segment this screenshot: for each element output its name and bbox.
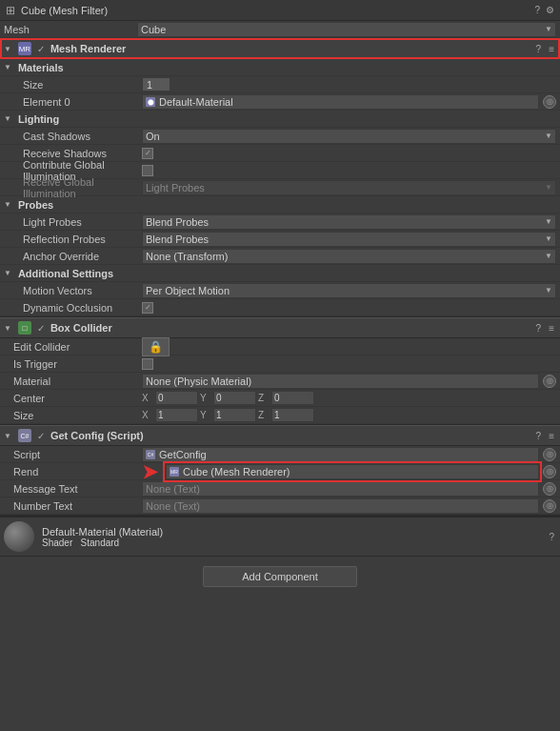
box-collider-header[interactable]: ▼ □ ✓ Box Collider ? ≡ bbox=[0, 317, 560, 338]
lighting-section-header[interactable]: ▼ Lighting bbox=[0, 111, 560, 128]
lighting-fold: ▼ bbox=[4, 114, 11, 123]
size-label: Size bbox=[4, 79, 142, 91]
header-settings-btn[interactable]: ⚙ bbox=[546, 5, 554, 15]
center-z-input[interactable] bbox=[271, 391, 314, 405]
red-arrow-icon: ➤ bbox=[142, 462, 158, 481]
cast-shadows-label: Cast Shadows bbox=[4, 131, 142, 142]
center-row: Center X Y Z bbox=[0, 390, 560, 407]
bc-material-value: None (Physic Material) ◎ bbox=[142, 374, 556, 389]
dynamic-occlusion-checkbox[interactable]: ✓ bbox=[142, 302, 153, 314]
reflection-probes-row: Reflection Probes Blend Probes ▼ bbox=[0, 231, 560, 248]
bc-checkbox[interactable]: ✓ bbox=[35, 323, 47, 334]
mesh-row: Mesh Cube ▼ bbox=[0, 21, 560, 38]
lighting-label: Lighting bbox=[14, 113, 152, 125]
material-help-btn[interactable]: ? bbox=[547, 532, 556, 542]
script-value: C# GetConfig ◎ bbox=[142, 447, 556, 462]
element0-field[interactable]: ⬤ Default-Material bbox=[142, 94, 539, 110]
script-icon: C# bbox=[146, 450, 155, 459]
materials-fold: ▼ bbox=[4, 63, 11, 71]
bc-material-label: Material bbox=[4, 376, 142, 387]
anchor-override-field[interactable]: None (Transform) ▼ bbox=[142, 249, 556, 264]
contribute-gi-checkbox[interactable] bbox=[142, 165, 153, 176]
gc-checkbox[interactable]: ✓ bbox=[35, 431, 47, 441]
bc-material-select-btn[interactable]: ◎ bbox=[543, 375, 556, 388]
reflection-probes-value: Blend Probes ▼ bbox=[142, 232, 556, 247]
mesh-renderer-title: Mesh Renderer bbox=[50, 43, 530, 54]
number-text-select-btn[interactable]: ◎ bbox=[543, 499, 556, 513]
bc-settings-btn[interactable]: ≡ bbox=[547, 323, 556, 334]
material-icon: ⬤ bbox=[146, 97, 155, 107]
rend-value: ➤ MR Cube (Mesh Renderer) ◎ bbox=[142, 462, 556, 481]
bc-help-btn[interactable]: ? bbox=[534, 323, 544, 334]
mr-settings-btn[interactable]: ≡ bbox=[547, 44, 556, 54]
fold-arrow-mr: ▼ bbox=[4, 45, 11, 53]
receive-shadows-checkbox[interactable]: ✓ bbox=[142, 148, 153, 159]
probes-section-header[interactable]: ▼ Probes bbox=[0, 196, 560, 213]
anchor-override-value: None (Transform) ▼ bbox=[142, 249, 556, 264]
header-grid-icon: ⊞ bbox=[6, 4, 15, 17]
gc-settings-btn[interactable]: ≡ bbox=[547, 431, 556, 441]
material-sphere bbox=[4, 521, 34, 552]
material-shader: Shader Standard bbox=[42, 538, 539, 548]
materials-section-header[interactable]: ▼ Materials bbox=[0, 59, 560, 76]
fold-arrow-gc: ▼ bbox=[4, 432, 11, 440]
size-z-label: Z bbox=[258, 410, 270, 420]
center-x-input[interactable] bbox=[155, 391, 198, 405]
get-config-header[interactable]: ▼ C# ✓ Get Config (Script) ? ≡ bbox=[0, 425, 560, 446]
center-y-input[interactable] bbox=[213, 391, 256, 405]
edit-collider-label: Edit Collider bbox=[4, 341, 142, 353]
script-label: Script bbox=[4, 449, 142, 460]
size-z-input[interactable] bbox=[271, 408, 314, 422]
reflection-probes-field[interactable]: Blend Probes ▼ bbox=[142, 232, 556, 247]
rend-select-btn[interactable]: ◎ bbox=[543, 465, 556, 478]
cast-shadows-field[interactable]: On ▼ bbox=[142, 129, 556, 144]
mesh-renderer-section: ▼ MR ✓ Mesh Renderer ? ≡ ▼ Materials Siz… bbox=[0, 38, 560, 317]
mesh-renderer-header[interactable]: ▼ MR ✓ Mesh Renderer ? ≡ bbox=[0, 38, 560, 59]
size-x-input[interactable] bbox=[155, 408, 198, 422]
size-value-container: 1 bbox=[142, 77, 556, 91]
edit-collider-btn[interactable]: 🔒 bbox=[142, 337, 170, 356]
is-trigger-row: Is Trigger bbox=[0, 355, 560, 373]
additional-section-header[interactable]: ▼ Additional Settings bbox=[0, 265, 560, 282]
rend-row: Rend ➤ MR Cube (Mesh Renderer) ◎ bbox=[0, 463, 560, 480]
add-component-button[interactable]: Add Component bbox=[203, 566, 357, 587]
bc-material-field[interactable]: None (Physic Material) bbox=[142, 374, 539, 389]
mr-help-btn[interactable]: ? bbox=[534, 44, 544, 54]
element0-row: Element 0 ⬤ Default-Material ◎ bbox=[0, 93, 560, 111]
script-select-btn[interactable]: ◎ bbox=[543, 448, 556, 461]
mesh-renderer-icon: MR bbox=[18, 42, 31, 55]
size-value[interactable]: 1 bbox=[142, 77, 170, 91]
motion-vectors-label: Motion Vectors bbox=[4, 285, 142, 296]
contribute-gi-value bbox=[142, 165, 556, 176]
message-text-value: None (Text) ◎ bbox=[142, 481, 556, 497]
cast-shadows-row: Cast Shadows On ▼ bbox=[0, 128, 560, 145]
number-text-field[interactable]: None (Text) bbox=[142, 498, 539, 514]
light-probes-field[interactable]: Blend Probes ▼ bbox=[142, 214, 556, 230]
message-text-field[interactable]: None (Text) bbox=[142, 481, 539, 497]
shader-value: Standard bbox=[81, 538, 120, 548]
receive-gi-label: Receive Global Illumination bbox=[4, 176, 142, 199]
number-text-row: Number Text None (Text) ◎ bbox=[0, 497, 560, 515]
rend-field[interactable]: MR Cube (Mesh Renderer) bbox=[166, 464, 539, 479]
is-trigger-checkbox[interactable] bbox=[142, 358, 153, 370]
cast-shadows-value: On ▼ bbox=[142, 129, 556, 144]
probes-label: Probes bbox=[14, 199, 152, 211]
get-config-icon: C# bbox=[18, 429, 31, 442]
element0-select-btn[interactable]: ◎ bbox=[543, 95, 556, 109]
header-help-btn[interactable]: ? bbox=[534, 5, 540, 15]
mesh-label: Mesh bbox=[4, 24, 61, 35]
gc-help-btn[interactable]: ? bbox=[534, 431, 544, 441]
bc-size-row: Size X Y Z bbox=[0, 407, 560, 424]
is-trigger-label: Is Trigger bbox=[4, 358, 142, 370]
message-text-select-btn[interactable]: ◎ bbox=[543, 482, 556, 496]
mesh-value-field[interactable]: Cube ▼ bbox=[137, 22, 556, 37]
receive-shadows-label: Receive Shadows bbox=[4, 148, 142, 159]
size-y-input[interactable] bbox=[213, 408, 256, 422]
material-section: Default-Material (Material) Shader Stand… bbox=[0, 516, 560, 557]
message-text-row: Message Text None (Text) ◎ bbox=[0, 480, 560, 497]
motion-vectors-field[interactable]: Per Object Motion ▼ bbox=[142, 283, 556, 298]
script-field[interactable]: C# GetConfig bbox=[142, 447, 539, 462]
light-probes-row: Light Probes Blend Probes ▼ bbox=[0, 213, 560, 231]
dynamic-occlusion-label: Dynamic Occlusion bbox=[4, 302, 142, 314]
mr-checkbox[interactable]: ✓ bbox=[35, 44, 47, 54]
